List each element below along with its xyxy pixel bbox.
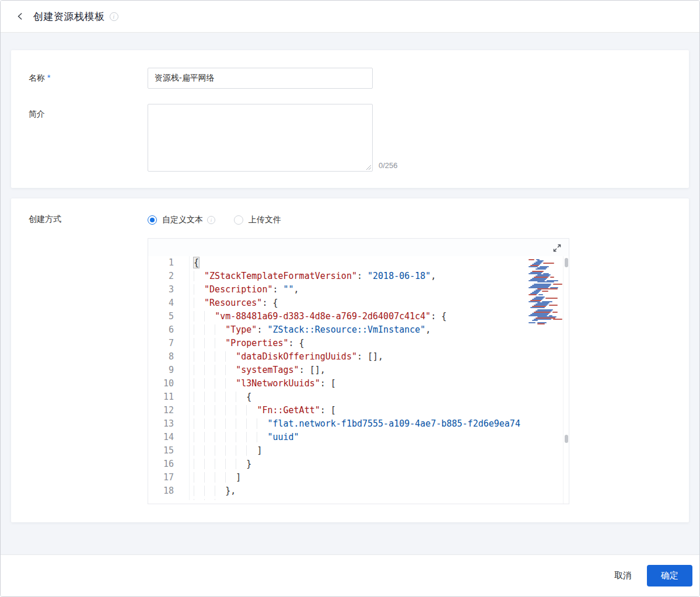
code-line[interactable]: 7 "Properties": { bbox=[148, 337, 569, 350]
code-line[interactable]: 10 "l3NetworkUuids": [ bbox=[148, 377, 569, 390]
method-row: 创建方式 自定义文本 i 上传文件 bbox=[29, 214, 671, 226]
code-line[interactable]: 17 ] bbox=[148, 471, 569, 484]
name-input[interactable] bbox=[148, 68, 373, 89]
expand-icon[interactable] bbox=[552, 243, 562, 253]
code-line[interactable]: 16 } bbox=[148, 458, 569, 471]
line-number: 10 bbox=[148, 377, 174, 390]
line-number: 8 bbox=[148, 350, 174, 364]
editor-minimap[interactable] bbox=[528, 257, 562, 504]
code-line[interactable]: 8 "dataDiskOfferingUuids": [], bbox=[148, 350, 569, 364]
code-line[interactable]: 14 "uuid" bbox=[148, 431, 569, 444]
line-number: 19 bbox=[148, 498, 174, 500]
line-number: 15 bbox=[148, 444, 174, 458]
line-number: 12 bbox=[148, 404, 174, 417]
code-line[interactable]: 9 "systemTags": [], bbox=[148, 364, 569, 377]
radio-custom-text[interactable]: 自定义文本 i bbox=[148, 215, 215, 225]
code-line[interactable]: 4 "Resources": { bbox=[148, 296, 569, 310]
line-number: 11 bbox=[148, 390, 174, 404]
code-line[interactable]: 12 "Fn::GetAtt": [ bbox=[148, 404, 569, 417]
line-number: 13 bbox=[148, 417, 174, 431]
scrollbar-thumb[interactable] bbox=[565, 258, 568, 267]
method-label: 创建方式 bbox=[29, 214, 148, 226]
code-line[interactable]: 5 "vm-88481a69-d383-4d8e-a769-2d64007c41… bbox=[148, 310, 569, 323]
title-info-icon[interactable]: i bbox=[110, 12, 118, 21]
line-number: 5 bbox=[148, 310, 174, 323]
description-textarea[interactable] bbox=[148, 104, 373, 172]
code-line[interactable]: 19 "DependsOn": [ bbox=[148, 498, 569, 500]
code-line[interactable]: 13 "flat.network-f1bd7555-a109-4ae7-b885… bbox=[148, 417, 569, 431]
code-line[interactable]: 18 }, bbox=[148, 484, 569, 498]
line-number: 3 bbox=[148, 283, 174, 296]
page-header: 创建资源栈模板 i bbox=[1, 1, 699, 33]
line-number: 4 bbox=[148, 296, 174, 310]
code-editor[interactable]: 1{2 "ZStackTemplateFormatVersion": "2018… bbox=[148, 238, 569, 504]
line-number: 9 bbox=[148, 364, 174, 377]
radio-circle bbox=[148, 215, 157, 225]
create-stack-template-window: 创建资源栈模板 i 名称* 简介 bbox=[0, 0, 700, 597]
name-label: 名称* bbox=[29, 68, 148, 89]
code-line[interactable]: 2 "ZStackTemplateFormatVersion": "2018-0… bbox=[148, 270, 569, 283]
page-body: 名称* 简介 0/256 bbox=[1, 33, 699, 554]
line-number: 14 bbox=[148, 431, 174, 444]
back-button[interactable] bbox=[15, 11, 26, 22]
resize-handle-icon[interactable] bbox=[366, 165, 371, 170]
editor-scrollbar[interactable] bbox=[563, 256, 569, 504]
line-number: 17 bbox=[148, 471, 174, 484]
footer-bar: 取消 确定 bbox=[1, 554, 699, 596]
cancel-button[interactable]: 取消 bbox=[606, 565, 640, 586]
description-label: 简介 bbox=[29, 104, 148, 172]
scrollbar-thumb[interactable] bbox=[565, 435, 568, 443]
chevron-left-icon bbox=[16, 12, 24, 20]
code-line[interactable]: 3 "Description": "", bbox=[148, 283, 569, 296]
description-row: 简介 0/256 bbox=[29, 104, 671, 172]
basic-info-card: 名称* 简介 0/256 bbox=[11, 50, 689, 188]
radio-circle bbox=[234, 215, 243, 225]
radio-group: 自定义文本 i 上传文件 bbox=[148, 214, 300, 226]
editor-toolbar bbox=[148, 239, 569, 256]
name-row: 名称* bbox=[29, 68, 671, 89]
confirm-button[interactable]: 确定 bbox=[647, 565, 692, 586]
code-line[interactable]: 6 "Type": "ZStack::Resource::VmInstance"… bbox=[148, 323, 569, 337]
radio-upload-file[interactable]: 上传文件 bbox=[234, 215, 281, 225]
line-number: 2 bbox=[148, 270, 174, 283]
line-number: 7 bbox=[148, 337, 174, 350]
code-line[interactable]: 15 ] bbox=[148, 444, 569, 458]
code-lines[interactable]: 1{2 "ZStackTemplateFormatVersion": "2018… bbox=[148, 256, 569, 500]
code-line[interactable]: 1{ bbox=[148, 256, 569, 270]
char-counter: 0/256 bbox=[379, 161, 398, 172]
page-title: 创建资源栈模板 bbox=[33, 10, 105, 23]
creation-method-card: 创建方式 自定义文本 i 上传文件 bbox=[11, 198, 689, 522]
line-number: 18 bbox=[148, 484, 174, 498]
required-asterisk: * bbox=[47, 73, 50, 82]
custom-text-info-icon[interactable]: i bbox=[207, 216, 215, 224]
line-number: 16 bbox=[148, 458, 174, 471]
line-number: 6 bbox=[148, 323, 174, 337]
line-number: 1 bbox=[148, 256, 174, 270]
code-line[interactable]: 11 { bbox=[148, 390, 569, 404]
